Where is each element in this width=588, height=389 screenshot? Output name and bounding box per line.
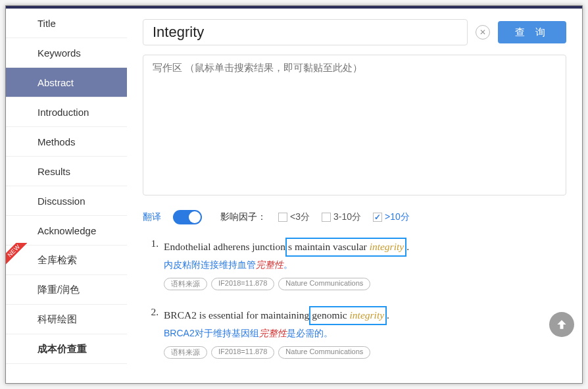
sidebar-item-label: Results <box>37 166 70 177</box>
clear-button[interactable]: ✕ <box>476 25 490 39</box>
sidebar-item-introduction[interactable]: Introduction <box>6 97 127 127</box>
if-option-gt10[interactable]: >10分 <box>373 211 410 223</box>
sidebar-item-abstract[interactable]: Abstract <box>6 68 127 97</box>
sidebar-item-fulltext-search[interactable]: NEW 全库检索 <box>6 246 127 275</box>
new-badge: NEW <box>5 243 27 267</box>
tag-journal[interactable]: Nature Communications <box>278 346 370 359</box>
tag-source[interactable]: 语料来源 <box>164 278 207 290</box>
sidebar-item-label: 科研绘图 <box>37 313 77 326</box>
sidebar-item-label: Introduction <box>37 107 89 118</box>
checkbox-icon <box>373 213 382 222</box>
sidebar-item-label: Methods <box>37 136 76 147</box>
impact-factor-label: 影响因子： <box>220 211 266 223</box>
filter-row: 翻译 影响因子： <3分 3-10分 >10分 <box>143 210 566 224</box>
sidebar-item-methods[interactable]: Methods <box>6 127 127 157</box>
checkbox-icon <box>322 213 331 222</box>
sidebar-item-label: Title <box>37 18 56 29</box>
tag-if[interactable]: IF2018=11.878 <box>211 278 274 290</box>
main-panel: ✕ 查 询 翻译 影响因子： <3分 3-10分 >10分 1. <box>127 9 582 383</box>
sidebar-item-discussion[interactable]: Discussion <box>6 186 127 216</box>
sidebar-item-label: Keywords <box>37 47 81 59</box>
checkbox-label: >10分 <box>385 211 410 222</box>
sidebar-item-label: Acknowledge <box>37 225 96 236</box>
sidebar-item-rewrite[interactable]: 降重/润色 <box>6 275 127 305</box>
checkbox-label: 3-10分 <box>333 211 361 222</box>
sidebar-item-label: 成本价查重 <box>37 343 87 355</box>
tag-journal[interactable]: Nature Communications <box>278 278 370 290</box>
result-tags: 语料来源 IF2018=11.878 Nature Communications <box>164 278 566 290</box>
result-item[interactable]: 2. BRCA2 is essential for maintaining ge… <box>143 306 566 359</box>
sidebar-item-label: Discussion <box>37 195 86 207</box>
result-number: 1. <box>143 238 159 290</box>
tag-if[interactable]: IF2018=11.878 <box>211 346 274 359</box>
query-button[interactable]: 查 询 <box>498 21 566 43</box>
translate-toggle[interactable] <box>173 210 202 224</box>
result-tags: 语料来源 IF2018=11.878 Nature Communications <box>164 346 566 359</box>
keyword-zh: 完整性 <box>256 259 283 270</box>
sidebar-item-acknowledge[interactable]: Acknowledge <box>6 216 127 246</box>
scroll-top-button[interactable] <box>549 312 574 337</box>
result-number: 2. <box>143 306 159 359</box>
search-input[interactable] <box>143 19 468 45</box>
sidebar-item-title[interactable]: Title <box>6 9 127 38</box>
sidebar-item-label: 降重/润色 <box>37 284 80 296</box>
results-list: 1. Endothelial adherens junctions mainta… <box>143 238 566 359</box>
sidebar: Title Keywords Abstract Introduction Met… <box>6 9 127 383</box>
if-option-3to10[interactable]: 3-10分 <box>322 211 361 223</box>
sidebar-item-research-draw[interactable]: 科研绘图 <box>6 305 127 334</box>
keyword: integrity <box>350 309 385 321</box>
write-area[interactable] <box>143 55 566 195</box>
highlight-box: s maintain vascular integrity <box>285 238 406 257</box>
result-en-sentence: Endothelial adherens junctions maintain … <box>164 238 566 257</box>
sidebar-item-plagiarism[interactable]: 成本价查重 <box>6 334 127 364</box>
sidebar-item-label: Abstract <box>37 77 74 88</box>
result-item[interactable]: 1. Endothelial adherens junctions mainta… <box>143 238 566 290</box>
sidebar-item-label: 全库检索 <box>37 254 77 267</box>
highlight-box: genomic integrity <box>309 306 387 325</box>
tag-source[interactable]: 语料来源 <box>164 346 207 359</box>
result-zh-sentence: BRCA2对于维持基因组完整性是必需的。 <box>164 328 566 340</box>
keyword: integrity <box>370 241 404 252</box>
toggle-knob <box>189 211 201 223</box>
sidebar-item-keywords[interactable]: Keywords <box>6 38 127 68</box>
arrow-up-icon <box>555 318 568 331</box>
checkbox-icon <box>278 213 287 222</box>
if-option-lt3[interactable]: <3分 <box>278 211 310 223</box>
search-row: ✕ 查 询 <box>143 19 566 45</box>
app-window: Title Keywords Abstract Introduction Met… <box>5 5 583 384</box>
translate-label: 翻译 <box>143 211 161 223</box>
layout: Title Keywords Abstract Introduction Met… <box>6 9 582 383</box>
close-icon: ✕ <box>479 28 486 37</box>
result-en-sentence: BRCA2 is essential for maintaining genom… <box>164 306 566 325</box>
sidebar-item-results[interactable]: Results <box>6 157 127 186</box>
keyword-zh: 完整性 <box>259 328 287 338</box>
result-zh-sentence: 内皮粘附连接维持血管完整性。 <box>164 259 566 271</box>
checkbox-label: <3分 <box>290 211 310 222</box>
